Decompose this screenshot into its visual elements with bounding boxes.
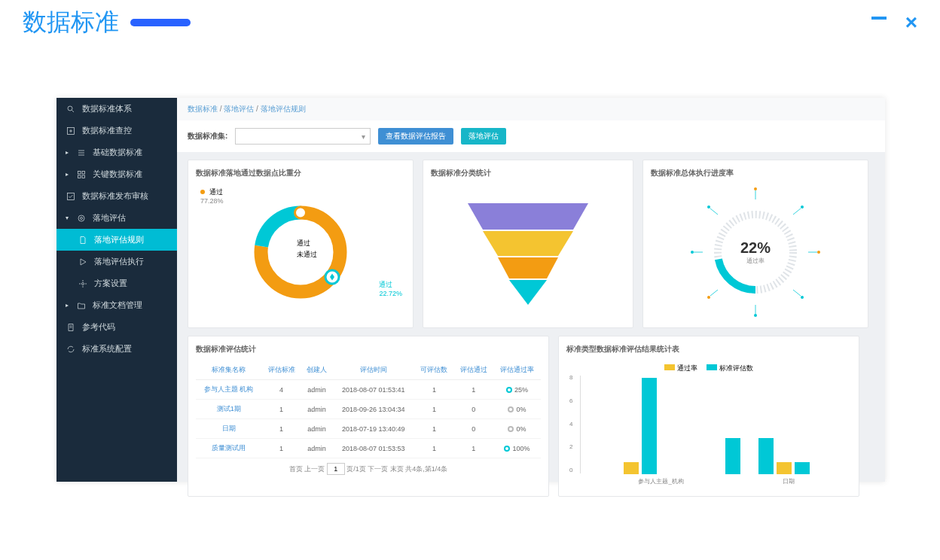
donut-inner-legend: 通过 未通过 — [294, 237, 317, 261]
view-report-button[interactable]: 查看数据评估报告 — [378, 128, 453, 145]
table-row[interactable]: 质量测试用 1 admin 2018-08-07 01:53:53 1 1 10… — [196, 439, 541, 458]
col-header[interactable]: 评估通过 — [454, 361, 493, 380]
svg-rect-2 — [78, 171, 81, 174]
breadcrumb-item[interactable]: 数据标准 — [188, 105, 218, 113]
sidebar-label: 参考代码 — [82, 321, 115, 333]
cell: 0 — [454, 400, 493, 419]
legend-value: 77.28% — [200, 197, 224, 205]
list-icon — [76, 148, 87, 158]
table-row[interactable]: 参与人主题 机构 4 admin 2018-08-07 01:53:41 1 1… — [196, 380, 541, 400]
svg-point-12 — [295, 207, 307, 218]
svg-line-27 — [710, 208, 718, 215]
sidebar-item-1[interactable]: 数据标准查控 — [56, 120, 177, 142]
svg-point-33 — [707, 296, 710, 299]
col-header[interactable]: 评估时间 — [332, 361, 414, 380]
sidebar-label: 落地评估执行 — [94, 256, 144, 267]
cell: 1 — [454, 380, 493, 400]
grid-icon — [76, 169, 87, 180]
sidebar-item-9[interactable]: ▸标准文档管理 — [56, 294, 177, 316]
caret-icon: ▸ — [66, 302, 69, 309]
bar — [795, 462, 810, 474]
cell-name[interactable]: 测试1期 — [196, 400, 261, 419]
dataset-select[interactable]: ▾ — [235, 128, 371, 145]
minimize-icon[interactable] — [871, 17, 887, 20]
panel-title: 数据标准评估统计 — [196, 344, 541, 355]
col-header[interactable]: 评估标准 — [261, 361, 301, 380]
panel-title: 数据标准分类统计 — [431, 168, 625, 178]
svg-line-23 — [793, 290, 801, 296]
svg-rect-4 — [78, 175, 81, 178]
col-header[interactable]: 可评估数 — [414, 361, 453, 380]
sidebar-label: 标准系统配置 — [82, 343, 132, 355]
panel-title: 标准类型数据标准评估结果统计表 — [566, 344, 851, 355]
stats-table: 标准集名称 评估标准 创建人 评估时间 可评估数 评估通过 评估通过率 参与人主… — [196, 361, 541, 458]
svg-point-7 — [78, 215, 84, 221]
col-header[interactable]: 创建人 — [301, 361, 333, 380]
sidebar-item-8[interactable]: 方案设置 — [56, 272, 177, 294]
cell-name[interactable]: 质量测试用 — [196, 439, 261, 458]
sidebar-item-11[interactable]: 标准系统配置 — [56, 338, 177, 360]
panel-bar: 标准类型数据标准评估结果统计表 通过率 标准评估数 86420 — [558, 336, 859, 497]
x-axis-labels: 参与人主题_机构 日期 — [589, 477, 844, 485]
toolbar-label: 数据标准集: — [188, 131, 227, 142]
donut-chart: 通过 77.28% 通过 未通过 通过 — [196, 184, 405, 320]
cell: 2018-07-19 13:40:49 — [332, 419, 414, 439]
svg-point-30 — [817, 251, 820, 254]
panel-table: 数据标准评估统计 标准集名称 评估标准 创建人 评估时间 可评估数 评估通过 评… — [188, 336, 549, 497]
donut-callout: 通过 22.72% — [379, 280, 402, 297]
sidebar-item-0[interactable]: 数据标准体系 — [56, 98, 177, 120]
caret-down-icon: ▾ — [66, 215, 69, 221]
svg-marker-16 — [498, 257, 558, 278]
svg-point-35 — [707, 205, 710, 208]
legend-swatch-icon — [664, 364, 675, 370]
svg-point-8 — [81, 217, 83, 219]
svg-point-34 — [691, 251, 694, 254]
search-icon — [66, 104, 76, 114]
cell: 2018-08-07 01:53:41 — [332, 380, 414, 400]
cell: admin — [301, 380, 333, 400]
sidebar-label: 数据标准体系 — [82, 103, 132, 114]
evaluate-button[interactable]: 落地评估 — [461, 128, 506, 145]
svg-point-32 — [754, 314, 757, 317]
col-header[interactable]: 标准集名称 — [196, 361, 261, 380]
page-input[interactable] — [327, 463, 345, 475]
svg-point-9 — [82, 282, 84, 285]
svg-line-25 — [710, 290, 718, 296]
col-header[interactable]: 评估通过率 — [493, 361, 541, 380]
close-icon[interactable]: × — [905, 11, 917, 35]
sidebar-item-3[interactable]: ▸关键数据标准 — [56, 163, 177, 185]
legend-label: 通过 — [209, 188, 223, 196]
cell: 1 — [261, 400, 301, 419]
breadcrumb-item[interactable]: 落地评估 — [224, 105, 254, 113]
cell: 1 — [414, 419, 453, 439]
bar-legend: 通过率 标准评估数 — [574, 364, 844, 373]
cell: admin — [301, 419, 333, 439]
gauge-value: 22% 通过率 — [740, 239, 771, 265]
toolbar: 数据标准集: ▾ 查看数据评估报告 落地评估 — [177, 120, 885, 152]
cell-name[interactable]: 参与人主题 机构 — [196, 380, 261, 400]
donut-top-legend: 通过 77.28% — [200, 187, 224, 205]
svg-marker-14 — [468, 203, 588, 230]
sidebar-label: 标准文档管理 — [93, 300, 142, 311]
pager-text[interactable]: 首页 上一页 — [289, 465, 327, 473]
svg-point-31 — [801, 296, 804, 299]
pager-text[interactable]: 页/1页 下一页 末页 共4条,第1/4条 — [346, 465, 447, 473]
table-row[interactable]: 日期 1 admin 2018-07-19 13:40:49 1 0 0% — [196, 419, 541, 439]
sidebar-item-10[interactable]: 参考代码 — [56, 316, 177, 338]
sidebar-item-7[interactable]: 落地评估执行 — [56, 251, 177, 272]
cell-name[interactable]: 日期 — [196, 419, 261, 439]
check-square-icon — [66, 191, 76, 202]
sidebar-item-6[interactable]: 落地评估规则 — [56, 229, 177, 251]
file-icon — [78, 235, 88, 245]
svg-rect-5 — [82, 175, 85, 178]
sidebar-label: 关键数据标准 — [93, 169, 142, 180]
cell: 1 — [454, 439, 493, 458]
breadcrumb-item: 落地评估规则 — [261, 105, 306, 113]
sidebar-item-4[interactable]: 数据标准发布审核 — [56, 185, 177, 207]
cell: 2018-08-07 01:53:53 — [332, 439, 414, 458]
legend-label: 未通过 — [297, 250, 317, 260]
table-row[interactable]: 测试1期 1 admin 2018-09-26 13:04:34 1 0 0% — [196, 400, 541, 419]
sidebar: 数据标准体系 数据标准查控 ▸基础数据标准 ▸关键数据标准 数据标准发布审核 ▾… — [56, 98, 177, 482]
sidebar-item-5[interactable]: ▾落地评估 — [56, 207, 177, 229]
sidebar-item-2[interactable]: ▸基础数据标准 — [56, 142, 177, 163]
